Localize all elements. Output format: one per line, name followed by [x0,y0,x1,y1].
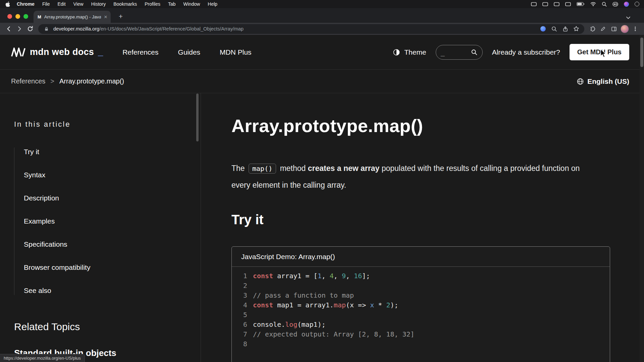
theme-icon [393,49,400,56]
code-line-1[interactable]: 1const array1 = [1, 4, 9, 16]; [232,271,610,281]
sidebar-item-examples[interactable]: Examples [24,217,187,226]
code-line-5[interactable]: 5 [232,310,610,320]
display-icon[interactable] [565,2,571,6]
line-number: 1 [232,271,247,281]
video-camera-icon[interactable] [542,2,548,6]
subscriber-link[interactable]: Already a subscriber? [492,48,560,56]
menu-bookmarks[interactable]: Bookmarks [113,1,137,7]
tab-search-chevron-icon[interactable] [626,16,631,19]
zoom-icon[interactable] [550,25,558,33]
menu-edit[interactable]: Edit [57,1,65,7]
share-icon[interactable] [561,25,569,33]
menu-tab[interactable]: Tab [168,1,176,7]
keyboard-brightness-icon[interactable] [531,2,537,6]
nav-guides[interactable]: Guides [178,48,201,56]
browser-tab[interactable]: M Array.prototype.map() - JavaS × [34,11,111,23]
breadcrumb-current: Array.prototype.map() [59,77,124,85]
back-arrow-icon [5,25,12,32]
profile-avatar[interactable] [619,23,630,34]
menubar-status-icons [531,2,639,7]
tryit-heading: Try it [231,212,644,227]
code-text: console.log(map1); [253,320,326,329]
window-minimize-button[interactable] [15,14,20,19]
interactive-demo: JavaScript Demo: Array.map() 1const arra… [231,246,610,362]
menu-file[interactable]: File [42,1,50,7]
menu-view[interactable]: View [73,1,84,7]
menu-help[interactable]: Help [208,1,217,7]
lock-icon[interactable] [42,25,50,33]
breadcrumb-references[interactable]: References [11,77,45,85]
related-topics-title: Related Topics [14,321,187,333]
wifi-icon[interactable] [590,2,596,6]
macos-menubar: ChromeFileEditViewHistoryBookmarksProfil… [0,0,644,8]
mdn-favicon-icon: M [38,14,41,19]
breadcrumb: References > Array.prototype.map() Engli… [0,70,644,93]
spotlight-search-icon[interactable] [602,2,607,7]
mdn-header: mdn web docs_ ReferencesGuidesMDN Plus T… [0,35,644,70]
control-center-icon[interactable] [612,2,618,6]
apple-menu-icon[interactable] [5,1,10,7]
line-number: 7 [232,329,247,339]
battery-icon[interactable] [577,2,585,6]
browser-menu-icon[interactable] [630,23,641,34]
side-panel-icon[interactable] [608,23,619,34]
tab-close-icon[interactable]: × [104,14,107,20]
new-tab-button[interactable]: + [116,12,125,21]
extensions-puzzle-icon[interactable] [587,23,598,34]
mdn-logo[interactable]: mdn web docs_ [11,47,103,57]
line-number: 5 [232,310,247,320]
sidebar-scrollbar[interactable] [196,94,199,141]
edit-pen-icon[interactable] [598,23,608,34]
header-nav: ReferencesGuidesMDN Plus [122,48,251,56]
menu-profiles[interactable]: Profiles [145,1,160,7]
window-close-button[interactable] [7,14,12,19]
code-line-6[interactable]: 6console.log(map1); [232,320,610,329]
intro-bold: creates a new array [308,164,380,173]
theme-toggle[interactable]: Theme [393,48,426,56]
tab-strip: M Array.prototype.map() - JavaS × + [0,8,644,23]
sidebar-item-see-also[interactable]: See also [24,286,187,295]
window-zoom-button[interactable] [23,14,28,19]
siri-icon[interactable] [624,2,629,7]
line-number: 3 [232,291,247,300]
back-button[interactable] [3,23,14,34]
intro-pre: The [231,164,247,173]
code-editor[interactable]: 1const array1 = [1, 4, 9, 16];23// pass … [232,267,610,356]
page-scrollbar-thumb[interactable] [640,38,643,67]
menu-chrome[interactable]: Chrome [17,1,35,7]
mdn-logo-icon [11,48,26,57]
address-bar[interactable]: developer.mozilla.org/en-US/docs/Web/Jav… [38,24,584,34]
code-text: // expected output: Array [2, 8, 18, 32] [253,329,415,339]
sidebar-item-syntax[interactable]: Syntax [24,171,187,179]
search-placeholder: _ [441,48,468,56]
bookmark-star-icon[interactable] [572,25,580,33]
language-selector[interactable]: English (US) [577,77,629,85]
search-input[interactable]: _ [436,45,483,60]
code-line-3[interactable]: 3// pass a function to map [232,291,610,300]
globe-icon [577,78,584,85]
url-text: developer.mozilla.org/en-US/docs/Web/Jav… [53,26,536,32]
sidebar-item-description[interactable]: Description [24,194,187,202]
forward-arrow-icon [16,25,23,32]
screen-mirroring-icon[interactable] [554,2,559,6]
sidebar-item-try-it[interactable]: Try it [24,147,187,156]
sidebar-item-browser-compatibility[interactable]: Browser compatibility [24,263,187,272]
demo-title: JavaScript Demo: Array.map() [232,247,610,267]
nav-mdn-plus[interactable]: MDN Plus [220,48,252,56]
clock-icon[interactable] [635,2,639,6]
extension-badge-icon[interactable] [539,25,547,33]
code-line-8[interactable]: 8 [232,339,610,349]
line-number: 2 [232,281,247,291]
menu-history[interactable]: History [91,1,106,7]
menu-window[interactable]: Window [183,1,200,7]
reload-button[interactable] [25,23,36,34]
code-line-7[interactable]: 7// expected output: Array [2, 8, 18, 32… [232,329,610,339]
theme-label: Theme [404,48,426,56]
code-text: const map1 = array1.map(x => x * 2); [253,300,398,310]
code-line-2[interactable]: 2 [232,281,610,291]
nav-references[interactable]: References [122,48,158,56]
page-scrollbar-track[interactable] [640,35,644,362]
code-line-4[interactable]: 4const map1 = array1.map(x => x * 2); [232,300,610,310]
forward-button[interactable] [14,23,25,34]
sidebar-item-specifications[interactable]: Specifications [24,240,187,249]
